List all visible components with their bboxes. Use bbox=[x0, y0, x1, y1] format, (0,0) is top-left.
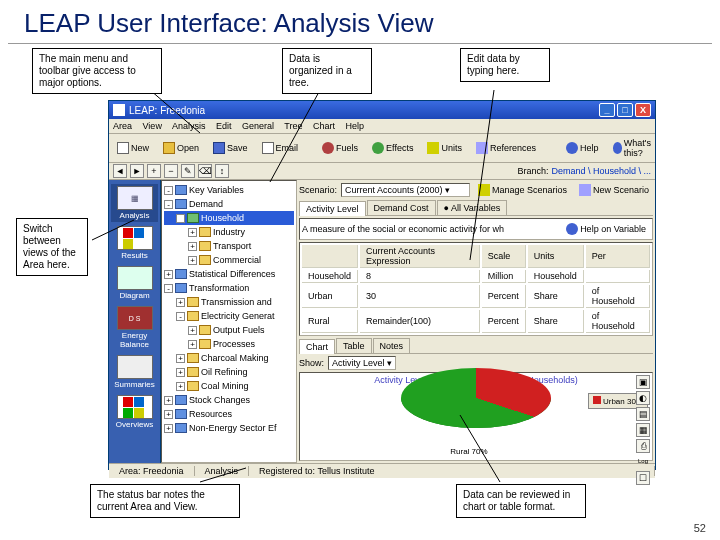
email-button[interactable]: Email bbox=[258, 140, 303, 156]
cell[interactable]: Rural bbox=[302, 310, 358, 333]
edit-button[interactable]: ✎ bbox=[181, 164, 195, 178]
col-header[interactable]: Per bbox=[586, 245, 650, 268]
menu-edit[interactable]: Edit bbox=[216, 121, 232, 131]
expand-icon[interactable]: + bbox=[188, 228, 197, 237]
tree-node[interactable]: +Industry bbox=[164, 225, 294, 239]
col-header[interactable]: Current Accounts Expression bbox=[360, 245, 480, 268]
view-diagram[interactable]: Diagram bbox=[111, 264, 158, 302]
menu-tree[interactable]: Tree bbox=[284, 121, 302, 131]
cell[interactable]: Share bbox=[528, 310, 584, 333]
menu-view[interactable]: View bbox=[143, 121, 162, 131]
fuels-button[interactable]: Fuels bbox=[318, 140, 362, 156]
tree-node[interactable]: +Commercial bbox=[164, 253, 294, 267]
chart-btn-3[interactable]: ▤ bbox=[636, 407, 650, 421]
expand-icon[interactable]: + bbox=[188, 326, 197, 335]
cell[interactable]: of Household bbox=[586, 285, 650, 308]
view-overviews[interactable]: Overviews bbox=[111, 393, 158, 431]
expand-icon[interactable]: - bbox=[176, 214, 185, 223]
effects-button[interactable]: Effects bbox=[368, 140, 417, 156]
expand-icon[interactable]: + bbox=[164, 410, 173, 419]
col-header[interactable]: Scale bbox=[482, 245, 526, 268]
menu-chart[interactable]: Chart bbox=[313, 121, 335, 131]
expand-icon[interactable]: + bbox=[176, 298, 185, 307]
branch-path[interactable]: Demand \ Household \ ... bbox=[551, 166, 651, 176]
expand-icon[interactable]: + bbox=[188, 256, 197, 265]
cell[interactable]: Percent bbox=[482, 310, 526, 333]
chart-btn-4[interactable]: ▦ bbox=[636, 423, 650, 437]
expand-icon[interactable]: + bbox=[164, 270, 173, 279]
expand-icon[interactable]: + bbox=[176, 382, 185, 391]
tree-node[interactable]: +Stock Changes bbox=[164, 393, 294, 407]
tree-node[interactable]: -Electricity Generat bbox=[164, 309, 294, 323]
cell[interactable]: Urban bbox=[302, 285, 358, 308]
chart-btn-1[interactable]: ▣ bbox=[636, 375, 650, 389]
references-button[interactable]: References bbox=[472, 140, 540, 156]
menu-general[interactable]: General bbox=[242, 121, 274, 131]
table-row[interactable]: Urban30PercentShareof Household bbox=[302, 285, 650, 308]
manage-scenarios-button[interactable]: Manage Scenarios bbox=[474, 182, 571, 198]
nav-fwd-button[interactable]: ► bbox=[130, 164, 144, 178]
tab-chart[interactable]: Chart bbox=[299, 339, 335, 354]
chart-btn-2[interactable]: ◐ bbox=[636, 391, 650, 405]
delete-button[interactable]: ⌫ bbox=[198, 164, 212, 178]
tab-all-variables[interactable]: ● All Variables bbox=[437, 200, 508, 215]
cell[interactable]: Share bbox=[528, 285, 584, 308]
tree-node[interactable]: +Transport bbox=[164, 239, 294, 253]
tab-notes[interactable]: Notes bbox=[373, 338, 411, 353]
col-header[interactable]: Units bbox=[528, 245, 584, 268]
tree-node[interactable]: +Resources bbox=[164, 407, 294, 421]
new-scenario-button[interactable]: New Scenario bbox=[575, 182, 653, 198]
cell[interactable]: Remainder(100) bbox=[360, 310, 480, 333]
cell[interactable]: Household bbox=[302, 270, 358, 283]
tab-demand-cost[interactable]: Demand Cost bbox=[367, 200, 436, 215]
col-header[interactable] bbox=[302, 245, 358, 268]
tree-node[interactable]: +Coal Mining bbox=[164, 379, 294, 393]
save-button[interactable]: Save bbox=[209, 140, 252, 156]
menu-area[interactable]: Area bbox=[113, 121, 132, 131]
remove-button[interactable]: − bbox=[164, 164, 178, 178]
tree-node[interactable]: +Output Fuels bbox=[164, 323, 294, 337]
expand-icon[interactable]: - bbox=[176, 312, 185, 321]
sort-button[interactable]: ↕ bbox=[215, 164, 229, 178]
view-results[interactable]: Results bbox=[111, 224, 158, 262]
add-button[interactable]: + bbox=[147, 164, 161, 178]
tree-node[interactable]: +Oil Refining bbox=[164, 365, 294, 379]
view-summaries[interactable]: Summaries bbox=[111, 353, 158, 391]
units-button[interactable]: Units bbox=[423, 140, 466, 156]
chart-btn-5[interactable]: ⎙ bbox=[636, 439, 650, 453]
tree-node[interactable]: -Demand bbox=[164, 197, 294, 211]
menu-help[interactable]: Help bbox=[346, 121, 365, 131]
titlebar[interactable]: LEAP: Freedonia _ □ X bbox=[109, 101, 655, 119]
minimize-button[interactable]: _ bbox=[599, 103, 615, 117]
tree-node[interactable]: +Transmission and bbox=[164, 295, 294, 309]
table-row[interactable]: Household8MillionHousehold bbox=[302, 270, 650, 283]
close-button[interactable]: X bbox=[635, 103, 651, 117]
cell[interactable]: Household bbox=[528, 270, 584, 283]
view-analysis[interactable]: Analysis bbox=[111, 184, 158, 222]
menu-analysis[interactable]: Analysis bbox=[172, 121, 206, 131]
maximize-button[interactable]: □ bbox=[617, 103, 633, 117]
tree-node[interactable]: -Key Variables bbox=[164, 183, 294, 197]
cell[interactable]: of Household bbox=[586, 310, 650, 333]
expand-icon[interactable]: + bbox=[164, 396, 173, 405]
expand-icon[interactable]: + bbox=[188, 340, 197, 349]
tree-node[interactable]: +Statistical Differences bbox=[164, 267, 294, 281]
table-row[interactable]: RuralRemainder(100)PercentShareof Househ… bbox=[302, 310, 650, 333]
nav-back-button[interactable]: ◄ bbox=[113, 164, 127, 178]
cell[interactable] bbox=[586, 270, 650, 283]
view-energy-balance[interactable]: D SEnergy Balance bbox=[111, 304, 158, 351]
expand-icon[interactable]: - bbox=[164, 186, 173, 195]
show-select[interactable]: Activity Level ▾ bbox=[328, 356, 396, 370]
tab-table[interactable]: Table bbox=[336, 338, 372, 353]
data-table[interactable]: Current Accounts ExpressionScaleUnitsPer… bbox=[299, 242, 653, 336]
expand-icon[interactable]: + bbox=[188, 242, 197, 251]
cell[interactable]: 30 bbox=[360, 285, 480, 308]
whats-this-button[interactable]: What's this? bbox=[609, 136, 660, 160]
open-button[interactable]: Open bbox=[159, 140, 203, 156]
help-on-variable-button[interactable]: Help on Variable bbox=[562, 221, 650, 237]
scenario-select[interactable]: Current Accounts (2000) ▾ bbox=[341, 183, 470, 197]
tab-activity-level[interactable]: Activity Level bbox=[299, 201, 366, 216]
cell[interactable]: Percent bbox=[482, 285, 526, 308]
tree-node[interactable]: +Charcoal Making bbox=[164, 351, 294, 365]
cell[interactable]: 8 bbox=[360, 270, 480, 283]
